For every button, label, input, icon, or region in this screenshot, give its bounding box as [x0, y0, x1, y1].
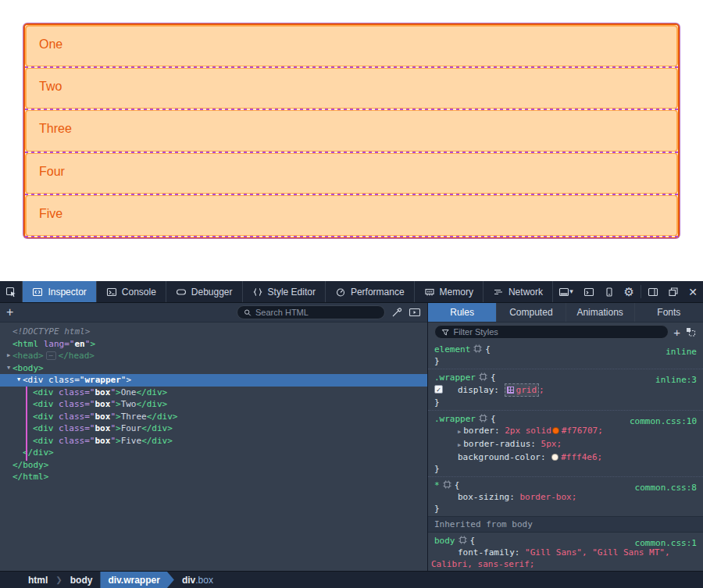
breadcrumb: html❯bodydiv.wrapperdiv.box	[0, 571, 703, 588]
tab-animations[interactable]: Animations	[566, 303, 635, 322]
add-rule-icon[interactable]: +	[673, 326, 680, 338]
rule-selector-line[interactable]: element{inline	[428, 344, 703, 355]
expand-longhand-icon[interactable]: ▶	[458, 429, 461, 435]
split-console-icon[interactable]	[579, 281, 599, 302]
token-tag: </html>	[12, 471, 48, 483]
markup-line[interactable]: </body>	[0, 459, 427, 472]
token-text: Four	[121, 422, 142, 435]
token-punc: ="	[84, 435, 95, 447]
grid-overlay-line	[25, 151, 678, 153]
breadcrumb-item[interactable]: div.box	[174, 572, 221, 588]
filter-styles-box[interactable]	[434, 325, 669, 339]
caret-down-icon: ▾	[569, 288, 573, 295]
token-tag: </div>	[141, 422, 173, 435]
grid-toggle-icon[interactable]	[507, 387, 514, 394]
css-declaration[interactable]: ✓display: grid;	[428, 383, 703, 397]
token-punc: "	[110, 422, 116, 435]
dock-options-icon[interactable]: ▾	[553, 281, 579, 302]
element-highlight-icon[interactable]	[459, 536, 467, 544]
rule-selector: *	[434, 480, 440, 490]
eyedropper-icon[interactable]	[391, 307, 402, 318]
add-node-icon[interactable]: +	[6, 306, 13, 319]
property-value: border-box	[519, 492, 571, 502]
tab-rules[interactable]: Rules	[428, 303, 497, 322]
search-html-box[interactable]	[237, 305, 385, 319]
expand-longhand-icon[interactable]: ▶	[458, 442, 461, 448]
css-declaration[interactable]: color: #333;	[428, 570, 703, 571]
element-highlight-icon[interactable]	[473, 344, 482, 353]
css-declaration[interactable]: box-sizing: border-box;	[428, 491, 703, 503]
token-attr: class	[54, 435, 85, 447]
markup-line[interactable]: ▼<body>	[0, 362, 427, 375]
close-devtools-icon[interactable]: ✕	[683, 281, 703, 302]
token-attr: class	[54, 398, 85, 411]
tab-inspector[interactable]: Inspector	[23, 281, 96, 302]
markup-line[interactable]: ▶<head>⋯</head>	[0, 350, 427, 362]
markup-line[interactable]: <div class="box">Five</div>	[0, 435, 427, 447]
expand-arrow-icon[interactable]: ▶	[5, 350, 12, 362]
tab-label: Style Editor	[268, 287, 316, 298]
breadcrumb-item[interactable]: div.wrapper	[100, 572, 173, 588]
markup-line[interactable]: ▼<div class="wrapper">	[0, 374, 427, 387]
tab-style-editor[interactable]: Style Editor	[243, 281, 326, 302]
rule-selector-line[interactable]: body{common.css:1	[428, 535, 703, 547]
markup-line[interactable]: <div class="box">Four</div>	[0, 422, 427, 435]
element-highlight-icon[interactable]	[479, 372, 487, 381]
markup-panel: + <!DOCTYPE html><html lang="en">▶<head>…	[0, 303, 428, 571]
pick-element-icon[interactable]	[0, 281, 23, 302]
separate-window-icon[interactable]	[663, 281, 683, 302]
breadcrumb-item[interactable]: body	[62, 572, 101, 588]
breadcrumb-item[interactable]: html	[20, 572, 55, 588]
markup-line[interactable]: <div class="box">One</div>	[0, 387, 427, 399]
tab-debugger[interactable]: Debugger	[166, 281, 243, 302]
css-declaration[interactable]: background-color: #fff4e6;	[428, 451, 703, 463]
token-punc: ="	[84, 387, 95, 399]
property-name: box-sizing:	[458, 492, 519, 502]
css-declaration[interactable]: ▶border: 2px solid#f76707;	[428, 425, 703, 438]
tab-network[interactable]: Network	[484, 281, 553, 302]
rule-selector: .wrapper	[434, 414, 476, 424]
token-punc: "	[121, 374, 127, 387]
rule-selector: .wrapper	[434, 372, 476, 383]
color-swatch[interactable]	[552, 427, 559, 434]
tab-performance[interactable]: Performance	[326, 281, 415, 302]
expand-arrow-icon[interactable]: ▼	[5, 362, 12, 375]
tab-console[interactable]: Console	[97, 281, 166, 302]
value-highlight-box: grid	[505, 383, 540, 397]
settings-icon[interactable]: ⚙	[619, 281, 639, 302]
devtools-panel: Inspector Console Debugger Style Editor …	[0, 281, 703, 588]
filter-styles-input[interactable]	[453, 327, 662, 337]
declaration-checkbox[interactable]: ✓	[434, 385, 443, 394]
tab-memory[interactable]: Memory	[415, 281, 484, 302]
class-panel-icon[interactable]	[685, 326, 697, 337]
filter-styles-row: +	[428, 323, 703, 341]
token-punc: "	[110, 435, 116, 447]
dock-sidebar-icon[interactable]	[643, 281, 663, 302]
grid-overlay-line	[25, 66, 678, 68]
token-tag: </div>	[147, 411, 178, 423]
markup-line[interactable]: <html lang="en">	[0, 338, 427, 351]
tab-computed[interactable]: Computed	[497, 303, 566, 322]
tab-fonts[interactable]: Fonts	[635, 303, 703, 322]
responsive-mode-icon[interactable]	[599, 281, 619, 302]
rule-selector-line[interactable]: .wrapper{inline:3	[428, 372, 703, 383]
rule-selector-line[interactable]: *{common.css:8	[428, 479, 703, 491]
markup-line[interactable]: </div>	[0, 447, 427, 459]
element-highlight-icon[interactable]	[443, 480, 451, 489]
css-declaration[interactable]: ▶border-radius: 5px;	[428, 438, 703, 451]
rule-selector-line[interactable]: .wrapper{common.css:10	[428, 413, 703, 425]
markup-line[interactable]: <div class="box">Three</div>	[0, 411, 427, 423]
rule-section: .wrapper{common.css:10▶border: 2px solid…	[428, 410, 703, 476]
grid-overlay-line	[25, 236, 678, 237]
markup-line[interactable]: <div class="box">Two</div>	[0, 398, 427, 411]
color-swatch[interactable]	[551, 454, 558, 461]
token-attr: class	[54, 387, 85, 399]
rule-section: body{common.css:1font-family: "Gill Sans…	[428, 533, 703, 571]
markup-line[interactable]: </html>	[0, 471, 427, 483]
three-pane-toggle-icon[interactable]	[409, 307, 421, 318]
search-html-input[interactable]	[255, 308, 378, 317]
css-declaration[interactable]: font-family: "Gill Sans", "Gill Sans MT"…	[428, 547, 703, 570]
markup-line[interactable]: <!DOCTYPE html>	[0, 326, 427, 338]
expand-arrow-icon[interactable]: ▼	[15, 374, 23, 387]
element-highlight-icon[interactable]	[479, 414, 487, 422]
